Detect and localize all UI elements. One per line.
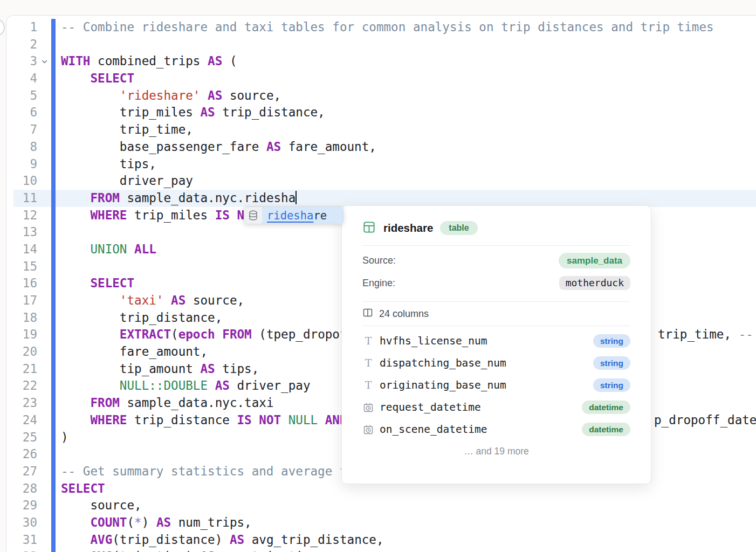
code-text: ) (56, 429, 68, 446)
fold-gutter (37, 395, 51, 412)
line-number: 28 (6, 480, 37, 498)
line-number: 29 (6, 497, 37, 514)
column-type-pill: string (593, 378, 630, 392)
fold-gutter (37, 207, 51, 224)
line-number: 3 (6, 53, 37, 70)
fold-gutter (37, 446, 51, 463)
table-info-popover: rideshare table Source:sample_dataEngine… (341, 205, 651, 484)
line-number: 9 (6, 156, 37, 173)
fold-gutter (37, 343, 51, 361)
fold-gutter (37, 532, 51, 549)
code-text (56, 224, 61, 241)
column-name: originating_base_num (380, 379, 506, 391)
code-text: driver_pay (56, 172, 193, 190)
line-number: 26 (6, 446, 37, 463)
line-number: 7 (6, 121, 37, 139)
datetime-type-icon (362, 402, 374, 413)
code-line[interactable]: 6 trip_miles AS trip_distance, (6, 104, 756, 121)
code-line[interactable]: 9 tips, (6, 156, 756, 173)
line-number: 31 (6, 532, 37, 549)
fold-gutter (37, 497, 51, 514)
code-text: WITH combined_trips AS ( (56, 53, 237, 70)
code-text: 'rideshare' AS source, (56, 87, 281, 105)
line-number: 12 (6, 207, 37, 224)
fold-gutter (37, 309, 51, 327)
line-number: 21 (6, 361, 37, 378)
line-number: 13 (6, 224, 37, 241)
code-line[interactable]: 4 SELECT (6, 70, 756, 87)
line-number: 14 (6, 241, 37, 258)
column-name: hvfhs_license_num (380, 335, 487, 347)
code-line-active[interactable]: 11 FROM sample_data.nyc.ridesha (6, 190, 756, 207)
code-line[interactable]: 1-- Combine rideshare and taxi tables fo… (6, 19, 756, 36)
line-number: 10 (6, 172, 37, 190)
code-line[interactable]: 10 driver_pay (6, 172, 756, 190)
popover-header: rideshare table (362, 220, 630, 236)
fold-gutter (37, 361, 51, 378)
column-name: on_scene_datetime (380, 423, 487, 436)
code-line[interactable]: 29 source, (6, 497, 756, 514)
fold-gutter (37, 377, 51, 395)
code-line[interactable]: 2 (6, 36, 756, 53)
fold-gutter (37, 139, 51, 156)
line-number: 24 (6, 412, 37, 429)
chevron-down-icon[interactable] (37, 53, 51, 70)
fold-gutter (37, 514, 51, 532)
divider (362, 326, 630, 326)
table-badge: table (440, 221, 477, 235)
code-text: SELECT (56, 275, 134, 292)
code-text: tips, (56, 156, 156, 173)
line-number: 27 (6, 463, 37, 480)
info-row: Engine:motherduck (362, 272, 630, 294)
line-number: 32 (6, 548, 37, 552)
info-rows: Source:sample_dataEngine:motherduck (362, 249, 630, 294)
code-text: source, (56, 497, 142, 514)
more-columns-note: … and 19 more (362, 440, 630, 462)
code-text: SELECT (56, 70, 134, 87)
code-text: base_passenger_fare AS fare_amount, (56, 139, 376, 156)
autocomplete-item-rideshare[interactable]: rideshare (262, 207, 343, 224)
fold-gutter (37, 429, 51, 446)
code-text-fragment: p_dropoff_datet (654, 412, 756, 429)
code-line[interactable]: 8 base_passenger_fare AS fare_amount, (6, 139, 756, 156)
code-line[interactable]: 7 trip_time, (6, 121, 756, 139)
code-text (56, 258, 61, 275)
columns-count-row: 24 columns (362, 302, 630, 326)
fold-gutter (37, 480, 51, 498)
info-value-pill: motherduck (559, 276, 630, 290)
fold-gutter (37, 70, 51, 87)
text-type-icon: T (362, 358, 374, 368)
column-type-pill: datetime (582, 401, 630, 415)
line-number: 8 (6, 139, 37, 156)
code-line[interactable]: 30 COUNT(*) AS num_trips, (6, 514, 756, 532)
info-label: Engine: (362, 278, 395, 289)
fold-gutter (37, 258, 51, 275)
code-line[interactable]: 3WITH combined_trips AS ( (6, 53, 756, 70)
fold-gutter (37, 326, 51, 343)
info-label: Source: (362, 255, 396, 266)
code-line[interactable]: 31 AVG(trip_distance) AS avg_trip_distan… (6, 532, 756, 549)
fold-gutter (37, 412, 51, 429)
code-text: FROM sample_data.nyc.ridesha (56, 190, 297, 207)
line-number: 5 (6, 87, 37, 105)
column-name: request_datetime (380, 401, 481, 413)
line-number: 25 (6, 429, 37, 446)
column-type-pill: string (593, 356, 630, 370)
fold-gutter (37, 104, 51, 121)
column-row: on_scene_datetimedatetime (362, 418, 630, 440)
code-line[interactable]: 32 AVG(trip_time) AS avg_trip_time, (6, 548, 756, 552)
column-row: request_datetimedatetime (362, 396, 630, 418)
line-number: 1 (6, 19, 37, 36)
autocomplete-rest-text: re (313, 209, 327, 222)
divider (362, 245, 630, 246)
code-line[interactable]: 5 'rideshare' AS source, (6, 87, 756, 105)
fold-gutter (37, 292, 51, 309)
text-type-icon: T (362, 336, 374, 346)
code-text (56, 446, 61, 463)
column-type-pill: string (593, 334, 630, 348)
code-text: EXTRACT(epoch FROM (tpep_dropof (56, 326, 347, 343)
columns-count: 24 columns (379, 308, 429, 320)
autocomplete-match-text: ridesha (267, 209, 313, 222)
line-number: 11 (6, 190, 37, 207)
line-number: 15 (6, 258, 37, 275)
